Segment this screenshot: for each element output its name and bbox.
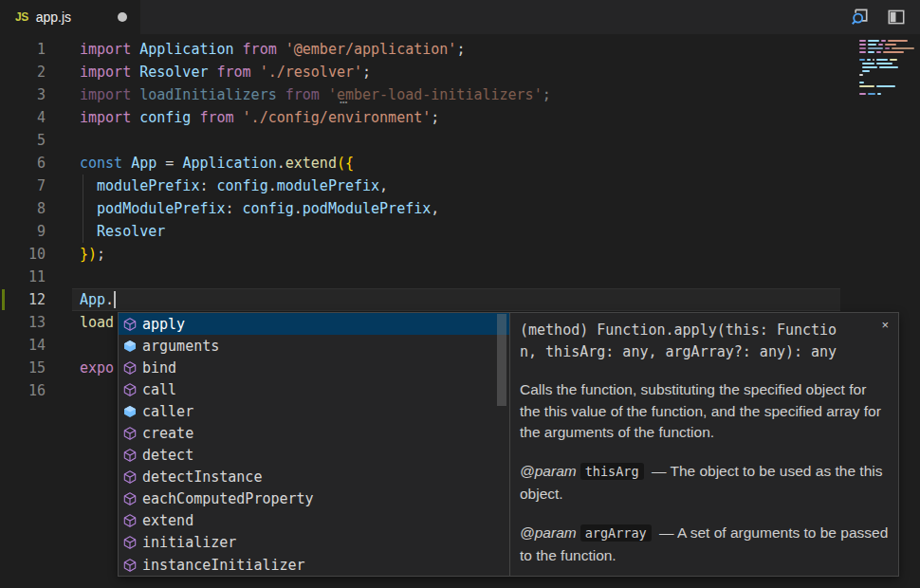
close-icon[interactable]: × — [881, 318, 889, 332]
code-text: import Application from '@ember/applicat… — [80, 38, 465, 61]
line-number: 7 — [0, 175, 46, 197]
split-editor-icon[interactable] — [886, 7, 907, 28]
suggestion-arguments[interactable]: arguments — [119, 335, 509, 357]
line-number: 1 — [0, 38, 46, 61]
line-number: 12 — [0, 288, 46, 311]
method-icon — [122, 426, 138, 441]
line-number: 5 — [0, 129, 46, 152]
suggest-docs-panel: × (method) Function.apply(this: Function… — [509, 312, 899, 577]
code-text: Resolver — [80, 220, 165, 243]
method-icon — [122, 535, 138, 550]
line-number: 6 — [0, 152, 46, 175]
suggestion-initializer[interactable]: initializer — [119, 532, 509, 554]
field-icon — [122, 339, 138, 354]
tab-bar: JS app.js — [0, 0, 920, 34]
code-text: const App = Application.extend({ — [80, 152, 354, 175]
line-number: 4 — [0, 106, 46, 129]
method-icon — [122, 382, 138, 397]
code-text: import loadInitializers from 'ember-load… — [80, 83, 551, 106]
suggestion-label: call — [142, 381, 176, 398]
text-cursor — [114, 291, 116, 308]
line-number: 9 — [0, 220, 46, 243]
field-icon — [122, 404, 138, 419]
line-number: 11 — [0, 266, 46, 288]
method-icon — [122, 317, 138, 332]
vscode-editor-window: JS app.js 1import Applicat — [0, 0, 920, 588]
suggestion-label: initializer — [142, 534, 236, 551]
javascript-file-icon: JS — [15, 10, 28, 24]
param-doc: @paramthisArg — The object to be used as… — [520, 460, 889, 505]
line-number: 8 — [0, 197, 46, 220]
code-text: modulePrefix: config.modulePrefix, — [80, 175, 388, 197]
line-number: 14 — [0, 334, 46, 357]
suggestion-create[interactable]: create — [119, 422, 509, 444]
param-doc: @paramargArray — A set of arguments to b… — [520, 522, 889, 567]
line-number: 13 — [0, 311, 46, 334]
line-number: 10 — [0, 243, 46, 266]
suggestion-label: eachComputedProperty — [142, 490, 314, 507]
code-text: load — [80, 311, 114, 334]
suggestion-call[interactable]: call — [119, 378, 509, 400]
tab-label: app.js — [36, 9, 71, 25]
suggest-widget: applyargumentsbindcallcallercreatedetect… — [118, 312, 899, 577]
line-number: 15 — [0, 357, 46, 379]
code-line[interactable]: 10}); — [0, 243, 551, 266]
suggestion-detect[interactable]: detect — [119, 445, 509, 467]
code-line[interactable]: 7 modulePrefix: config.modulePrefix, — [0, 175, 551, 197]
code-line[interactable]: 6const App = Application.extend({ — [0, 152, 551, 175]
method-icon — [122, 448, 138, 463]
suggestion-label: bind — [142, 359, 176, 377]
suggestion-label: detectInstance — [142, 469, 262, 486]
suggestion-extend[interactable]: extend — [119, 510, 509, 532]
code-text: App. — [80, 288, 114, 311]
code-text: expo — [80, 357, 114, 379]
code-line[interactable]: 1import Application from '@ember/applica… — [0, 38, 551, 61]
code-line[interactable]: 5 — [0, 129, 551, 152]
suggestion-label: detect — [142, 447, 193, 464]
code-line[interactable]: 4import config from './config/environmen… — [0, 106, 551, 129]
method-icon — [122, 513, 138, 528]
suggestion-label: instanceInitializer — [142, 557, 305, 574]
method-icon — [122, 558, 138, 573]
method-icon — [122, 491, 138, 506]
unused-import-hint: … — [340, 91, 348, 106]
code-text: import Resolver from './resolver'; — [80, 61, 371, 83]
suggestion-eachComputedProperty[interactable]: eachComputedProperty — [119, 488, 509, 510]
line-number: 2 — [0, 61, 46, 83]
code-text: }); — [80, 243, 105, 266]
line-number: 16 — [0, 379, 46, 402]
suggestion-caller[interactable]: caller — [119, 400, 509, 422]
suggestion-bind[interactable]: bind — [119, 357, 509, 378]
suggestion-detectInstance[interactable]: detectInstance — [119, 467, 509, 488]
code-line[interactable]: 8 podModulePrefix: config.podModulePrefi… — [0, 197, 551, 220]
code-line[interactable]: 9 Resolver — [0, 220, 551, 243]
code-line[interactable]: 12App. — [0, 288, 551, 311]
suggestion-list: applyargumentsbindcallcallercreatedetect… — [118, 312, 509, 577]
method-description: Calls the function, substituting the spe… — [520, 379, 889, 444]
code-line[interactable]: 3import loadInitializers from 'ember-loa… — [0, 83, 551, 106]
code-text: podModulePrefix: config.podModulePrefix, — [80, 197, 439, 220]
line-number: 3 — [0, 83, 46, 106]
code-line[interactable]: 11 — [0, 266, 551, 288]
tab-appjs[interactable]: JS app.js — [0, 0, 140, 34]
editor-actions — [849, 0, 907, 34]
suggestion-label: caller — [142, 403, 193, 420]
code-text: import config from './config/environment… — [80, 106, 439, 129]
suggestion-label: extend — [142, 512, 193, 529]
suggestion-label: apply — [142, 316, 185, 333]
param-docs: @paramthisArg — The object to be used as… — [520, 460, 889, 567]
modified-indicator-icon[interactable] — [118, 12, 127, 22]
method-signature: (method) Function.apply(this: Function, … — [520, 320, 848, 363]
minimap[interactable] — [859, 40, 914, 101]
suggest-scrollbar-thumb[interactable] — [497, 314, 506, 406]
suggestion-label: arguments — [142, 338, 219, 355]
suggestion-apply[interactable]: apply — [119, 313, 509, 335]
suggestion-label: create — [142, 425, 193, 442]
method-icon — [122, 360, 138, 376]
code-line[interactable]: 2import Resolver from './resolver'; — [0, 61, 551, 83]
open-preview-icon[interactable] — [849, 7, 870, 28]
suggestion-instanceInitializer[interactable]: instanceInitializer — [119, 554, 509, 576]
method-icon — [122, 469, 138, 485]
